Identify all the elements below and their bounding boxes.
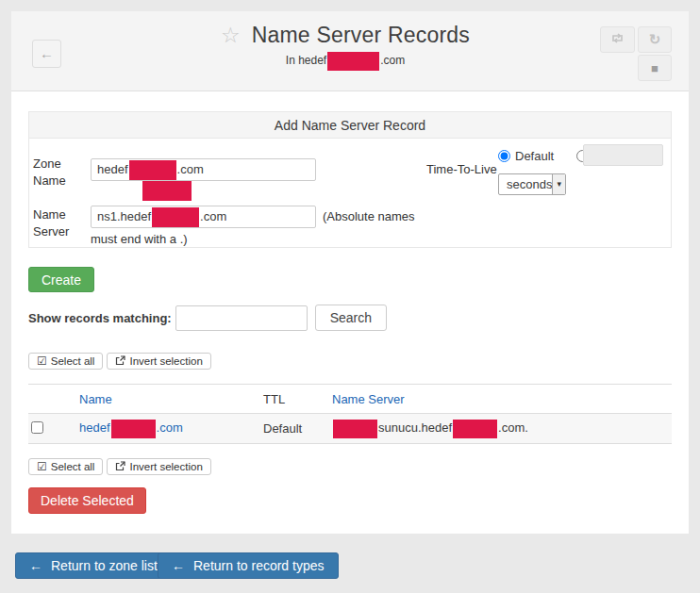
ttl-radio-group: Default — [498, 149, 589, 163]
sort-by-name-server-header[interactable]: Name Server — [332, 392, 405, 406]
favorite-star-icon[interactable]: ☆ — [221, 23, 241, 47]
return-to-zone-list-label: Return to zone list — [51, 558, 158, 573]
zone-name-value-suffix: .com — [177, 162, 204, 176]
add-record-form: Add Name Server Record Zone Name hedef.c… — [28, 111, 672, 248]
ttl-default-radio[interactable] — [498, 150, 510, 162]
record-ttl-cell: Default — [263, 414, 332, 444]
name-server-input[interactable]: ns1.hedef.com — [91, 206, 316, 228]
form-title: Add Name Server Record — [28, 111, 672, 139]
subtitle-prefix: In hedef — [286, 54, 326, 67]
back-arrow-icon: ← — [40, 45, 54, 61]
invert-selection-label: Invert selection — [129, 355, 202, 367]
search-button[interactable]: Search — [315, 305, 387, 331]
invert-selection-label: Invert selection — [129, 461, 202, 472]
record-ns-mid: sunucu.hedef — [378, 420, 452, 435]
invert-selection-button[interactable]: Invert selection — [107, 353, 210, 370]
page-title: Name Server Records — [252, 23, 470, 47]
header-title-area: ☆Name Server Records In hedef.com — [106, 23, 585, 71]
absolute-name-note-line1: (Absolute names — [323, 209, 415, 223]
invert-selection-icon — [115, 355, 129, 368]
redaction-box — [129, 160, 176, 180]
stop-icon: ■ — [651, 61, 658, 75]
select-all-button[interactable]: ☑ Select all — [28, 353, 103, 370]
ttl-unit-selected-value: seconds — [499, 174, 552, 194]
select-all-label: Select all — [51, 355, 95, 367]
return-to-record-types-label: Return to record types — [193, 558, 325, 573]
form-body: Zone Name hedef.com Time-To-Live Default… — [28, 139, 672, 248]
name-server-value-suffix: .com — [200, 209, 226, 223]
select-all-button[interactable]: ☑ Select all — [28, 458, 103, 475]
sort-by-name-header[interactable]: Name — [79, 392, 112, 406]
ttl-column-header: TTL — [263, 385, 332, 414]
search-input[interactable] — [175, 305, 308, 331]
redaction-box — [453, 420, 497, 438]
ttl-label: Time-To-Live — [426, 161, 498, 178]
main-content: Add Name Server Record Zone Name hedef.c… — [11, 91, 689, 534]
search-row: Show records matching: Search — [28, 305, 387, 331]
redaction-box — [333, 420, 377, 438]
table-row: hedef.com Default sunucu.hedef.com. — [28, 414, 672, 444]
stop-button[interactable]: ■ — [638, 55, 672, 81]
checkbox-check-icon: ☑ — [37, 460, 47, 473]
subtitle-suffix: .com — [380, 54, 405, 67]
refresh-icon: ↻ — [649, 31, 661, 48]
table-header-row: Name TTL Name Server — [28, 385, 672, 414]
record-ns-suffix: .com. — [498, 420, 528, 435]
name-server-value-prefix: ns1.hedef — [97, 209, 151, 223]
absolute-name-note-line2: must end with a .) — [91, 232, 188, 246]
chevron-down-icon: ▾ — [552, 174, 565, 194]
ttl-default-radio-label: Default — [515, 149, 554, 163]
selection-toolbar-top: ☑ Select all Invert selection — [28, 353, 215, 370]
title-line: ☆Name Server Records — [106, 23, 585, 48]
redaction-box — [327, 52, 379, 71]
zone-name-input[interactable]: hedef.com — [91, 158, 316, 181]
reload-page-button[interactable]: ↻ — [638, 26, 672, 53]
left-arrow-icon: ← — [29, 558, 42, 573]
redaction-box — [111, 420, 156, 438]
record-name-suffix: .com — [157, 420, 183, 435]
create-button[interactable]: Create — [28, 267, 94, 292]
select-all-label: Select all — [51, 461, 95, 472]
page-subtitle: In hedef.com — [106, 52, 585, 71]
redaction-box — [142, 181, 192, 201]
selection-toolbar-bottom: ☑ Select all Invert selection — [28, 458, 215, 475]
checkbox-check-icon: ☑ — [37, 354, 47, 368]
records-table: Name TTL Name Server hedef.com Default s… — [28, 384, 672, 444]
page-header: ← ☆Name Server Records In hedef.com ↻ ■ — [11, 11, 689, 91]
zone-name-value-prefix: hedef — [97, 162, 128, 176]
invert-selection-icon — [115, 461, 129, 473]
ttl-unit-select[interactable]: seconds ▾ — [498, 173, 566, 195]
row-select-checkbox[interactable] — [31, 421, 43, 434]
refresh-modules-button[interactable] — [600, 26, 635, 53]
zone-name-label: Zone Name — [33, 156, 88, 189]
return-to-record-types-button[interactable]: ← Return to record types — [158, 552, 339, 579]
record-name-server-cell: sunucu.hedef.com. — [332, 414, 672, 444]
back-button[interactable]: ← — [32, 40, 61, 68]
left-arrow-icon: ← — [172, 558, 185, 573]
checkbox-column-header — [28, 385, 79, 414]
search-label: Show records matching: — [28, 311, 172, 325]
repeat-icon — [609, 31, 625, 48]
record-name-prefix: hedef — [79, 420, 110, 435]
ttl-custom-value-input[interactable] — [583, 144, 663, 166]
name-server-label: Name Server — [33, 206, 88, 240]
delete-selected-button[interactable]: Delete Selected — [28, 487, 146, 514]
record-name-cell: hedef.com — [79, 414, 263, 444]
return-to-zone-list-button[interactable]: ← Return to zone list — [15, 552, 172, 579]
page: { "header": { "title": "Name Server Reco… — [0, 0, 700, 593]
record-name-link[interactable]: hedef.com — [79, 420, 183, 435]
invert-selection-button[interactable]: Invert selection — [107, 458, 210, 475]
redaction-box — [152, 207, 199, 227]
